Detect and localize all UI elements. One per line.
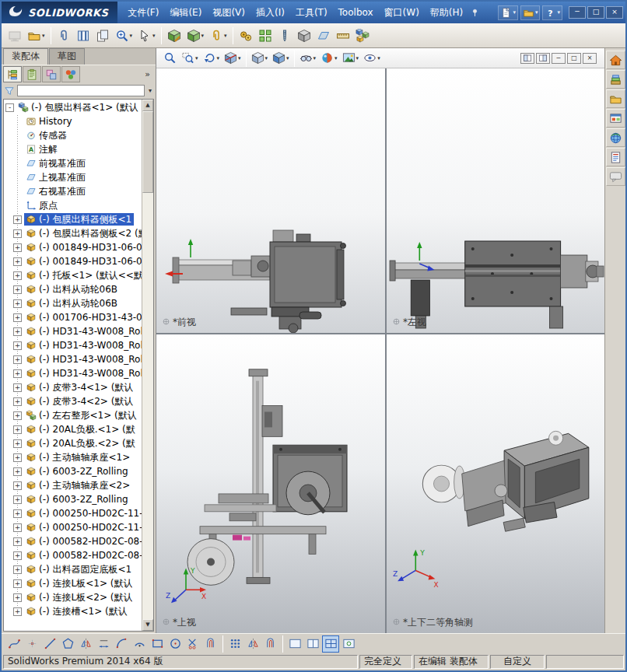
single-view-button[interactable] [286,635,303,653]
tree-item[interactable]: +(-) HD31-43-W008_Rol [4,324,142,338]
panel-overflow-chevron[interactable]: » [141,69,154,79]
reference-geometry-button[interactable] [314,26,333,46]
select-tools-button[interactable]: ▾ [135,26,158,46]
tree-item[interactable]: +(-) 主动轴轴承座<1> [4,450,142,464]
viewport-isometric[interactable]: Y X Z *上下二等角轴测 [387,334,604,633]
expand-toggle[interactable]: + [13,523,22,532]
filter-input[interactable] [17,85,145,96]
collapse-toggle[interactable]: - [5,103,14,112]
expand-toggle[interactable]: + [13,439,22,448]
corner-rectangle-button[interactable] [149,635,166,653]
expand-toggle[interactable]: + [13,481,22,490]
tree-item[interactable]: +(-) 001849-HD31-06-0 [4,254,142,268]
tree-item[interactable]: +(-) 000582-HD02C-08- [4,534,142,548]
menu-insert[interactable]: 插入(I) [250,5,290,21]
previous-view-button[interactable]: ▾ [201,50,222,67]
propertymanager-tab[interactable] [23,66,41,82]
offset-entities-button[interactable] [202,635,219,653]
spline-button[interactable] [5,635,23,653]
appearances-scenes-tab[interactable] [606,128,625,147]
open-document-button[interactable]: ▾ [520,5,541,20]
expand-toggle[interactable]: + [13,271,22,280]
insert-components-button[interactable]: ▾ [184,26,207,46]
scroll-up-button[interactable]: ▲ [142,100,153,111]
zoom-tools-button[interactable]: ▾ [113,26,135,46]
edit-appearance-button[interactable]: ▾ [318,50,340,67]
new-document-button[interactable]: ▾ [498,5,518,20]
convert-entities-button[interactable] [262,635,279,653]
three-point-arc-button[interactable] [131,635,148,653]
maximize-button[interactable]: □ [587,6,604,19]
viewport-left[interactable]: *左视 [387,68,604,333]
expand-toggle[interactable]: + [13,257,22,266]
edit-component-button[interactable] [165,26,184,46]
menu-file[interactable]: 文件(F) [122,5,164,21]
expand-toggle[interactable]: + [13,383,22,392]
filter-funnel-icon[interactable] [4,86,15,96]
expand-toggle[interactable]: + [13,341,22,350]
tree-item[interactable]: +(-) 001849-HD31-06-0 [4,240,142,254]
scrollbar-thumb[interactable] [142,111,153,193]
tree-item[interactable]: +(-) 连接L板<2> (默认 [4,590,142,604]
expand-toggle[interactable]: + [13,397,22,406]
appearance-folder-button[interactable]: ▾ [25,26,47,46]
mirror-entities-button[interactable] [244,635,261,653]
design-library-tab[interactable] [606,70,625,89]
attachments-button[interactable] [54,26,73,46]
expand-toggle[interactable]: + [13,607,22,616]
display-style-button[interactable]: ▾ [270,50,292,67]
tree-item[interactable]: 传感器 [4,128,142,142]
expand-toggle[interactable]: + [13,243,22,252]
tree-item[interactable]: +(-) 20AL负极.<1> (默 [4,422,142,436]
move-component-button[interactable] [236,26,255,46]
configurationmanager-tab[interactable] [42,66,61,82]
tree-item[interactable]: +(-) 托板<1> (默认<<默 [4,268,142,282]
expand-toggle[interactable]: + [13,579,22,588]
tree-item[interactable]: +(-) 000250-HD02C-11- [4,520,142,534]
tree-item[interactable]: 右视基准面 [4,184,142,198]
tree-item[interactable]: +(-) 连接槽<1> (默认 [4,604,142,618]
tree-item[interactable]: +(-) 皮带3-4<1> (默认 [4,380,142,394]
expand-toggle[interactable]: + [13,411,22,420]
expand-toggle[interactable]: + [13,229,22,238]
hide-show-items-button[interactable]: ▾ [297,50,319,67]
tree-item[interactable]: +(-) 包膜出料器侧板<1 [4,212,142,226]
tree-item[interactable]: +(-) 包膜出料器侧板<2 (默 [4,226,142,240]
expand-toggle[interactable]: + [13,565,22,574]
expand-toggle[interactable]: + [13,551,22,560]
tree-item[interactable]: +(-) 皮带3-4<2> (默认 [4,394,142,408]
help-button[interactable]: ?▾ [542,5,562,20]
tree-item[interactable]: +(-) 左右整形<1> (默认 [4,408,142,422]
linear-sketch-pattern-button[interactable] [226,635,243,653]
tree-item[interactable]: -(-) 包膜出料器<1> (默认 [4,100,142,114]
menu-view[interactable]: 视图(V) [207,5,250,21]
pin-icon[interactable] [470,8,480,18]
forum-tab[interactable] [606,167,625,186]
zoom-to-area-button[interactable]: ▾ [179,50,201,67]
featuremanager-tab[interactable] [3,66,22,82]
tree-item[interactable]: +(-) 出料器固定底板<1 [4,562,142,576]
tree-item[interactable]: +(-) HD31-43-W008_Rol [4,352,142,366]
tab-assembly[interactable]: 装配体 [3,48,48,65]
tree-item[interactable]: A注解 [4,142,142,156]
smart-fasteners-button[interactable] [275,26,294,46]
tree-item[interactable]: 上视基准面 [4,170,142,184]
doc-close-button[interactable]: × [583,53,597,64]
menu-tools[interactable]: 工具(T) [290,5,333,21]
doc-split-left-button[interactable] [520,53,534,64]
compare-documents-button[interactable] [93,26,112,46]
linear-component-pattern-button[interactable] [256,26,275,46]
screen-capture-button[interactable] [5,26,24,46]
line-button[interactable] [41,635,58,653]
trim-entities-button[interactable] [184,635,201,653]
four-view-button[interactable] [322,635,339,653]
section-view-button[interactable]: ▾ [222,50,243,67]
expand-toggle[interactable]: + [13,495,22,504]
tree-item[interactable]: +(-) HD31-43-W008_Rol [4,338,142,352]
tree-item[interactable]: +(-) 出料从动轮06B [4,282,142,296]
tree-scrollbar[interactable]: ▲ ▼ [142,100,153,631]
expand-toggle[interactable]: + [13,453,22,462]
tree-item[interactable]: +(-) 连接L板<1> (默认 [4,576,142,590]
menu-toolbox[interactable]: Toolbox [333,5,379,19]
expand-toggle[interactable]: + [13,425,22,434]
